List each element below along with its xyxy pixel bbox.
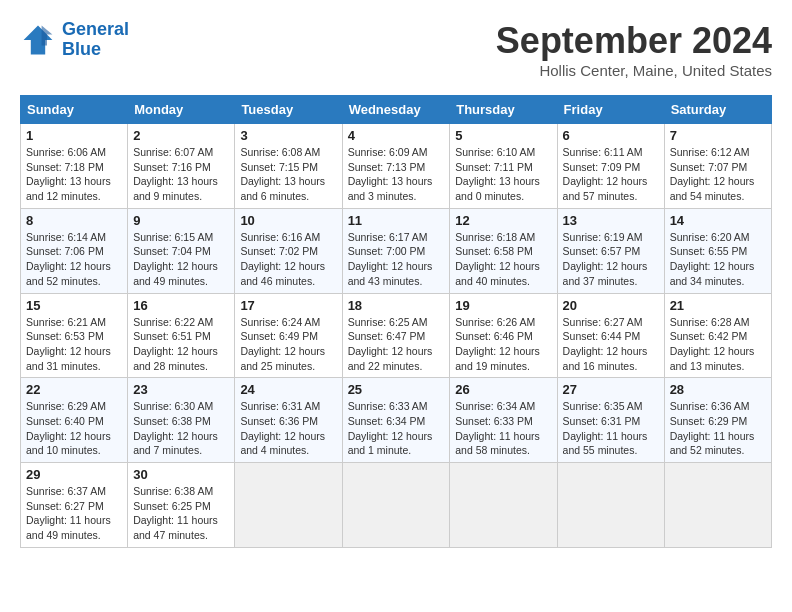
day-info: Sunrise: 6:14 AM Sunset: 7:06 PM Dayligh… [26,230,122,289]
day-info: Sunrise: 6:16 AM Sunset: 7:02 PM Dayligh… [240,230,336,289]
day-info: Sunrise: 6:36 AM Sunset: 6:29 PM Dayligh… [670,399,766,458]
calendar-cell: 29Sunrise: 6:37 AM Sunset: 6:27 PM Dayli… [21,463,128,548]
day-info: Sunrise: 6:18 AM Sunset: 6:58 PM Dayligh… [455,230,551,289]
day-info: Sunrise: 6:28 AM Sunset: 6:42 PM Dayligh… [670,315,766,374]
day-info: Sunrise: 6:11 AM Sunset: 7:09 PM Dayligh… [563,145,659,204]
day-number: 16 [133,298,229,313]
calendar-cell: 11Sunrise: 6:17 AM Sunset: 7:00 PM Dayli… [342,208,450,293]
day-number: 2 [133,128,229,143]
calendar-body: 1Sunrise: 6:06 AM Sunset: 7:18 PM Daylig… [21,124,772,548]
calendar-cell: 28Sunrise: 6:36 AM Sunset: 6:29 PM Dayli… [664,378,771,463]
day-number: 29 [26,467,122,482]
logo-line1: General [62,19,129,39]
weekday-header-cell: Sunday [21,96,128,124]
calendar-cell [342,463,450,548]
day-number: 24 [240,382,336,397]
calendar-cell: 4Sunrise: 6:09 AM Sunset: 7:13 PM Daylig… [342,124,450,209]
calendar-cell: 24Sunrise: 6:31 AM Sunset: 6:36 PM Dayli… [235,378,342,463]
calendar-cell: 6Sunrise: 6:11 AM Sunset: 7:09 PM Daylig… [557,124,664,209]
calendar-cell: 10Sunrise: 6:16 AM Sunset: 7:02 PM Dayli… [235,208,342,293]
location-subtitle: Hollis Center, Maine, United States [496,62,772,79]
weekday-header-cell: Thursday [450,96,557,124]
day-number: 21 [670,298,766,313]
calendar-cell: 13Sunrise: 6:19 AM Sunset: 6:57 PM Dayli… [557,208,664,293]
day-info: Sunrise: 6:29 AM Sunset: 6:40 PM Dayligh… [26,399,122,458]
weekday-header-cell: Saturday [664,96,771,124]
day-number: 18 [348,298,445,313]
calendar-cell: 1Sunrise: 6:06 AM Sunset: 7:18 PM Daylig… [21,124,128,209]
calendar-week-row: 1Sunrise: 6:06 AM Sunset: 7:18 PM Daylig… [21,124,772,209]
day-number: 15 [26,298,122,313]
day-info: Sunrise: 6:10 AM Sunset: 7:11 PM Dayligh… [455,145,551,204]
logo-line2: Blue [62,39,101,59]
day-number: 1 [26,128,122,143]
calendar-week-row: 8Sunrise: 6:14 AM Sunset: 7:06 PM Daylig… [21,208,772,293]
day-number: 20 [563,298,659,313]
day-info: Sunrise: 6:15 AM Sunset: 7:04 PM Dayligh… [133,230,229,289]
day-number: 10 [240,213,336,228]
calendar-cell: 17Sunrise: 6:24 AM Sunset: 6:49 PM Dayli… [235,293,342,378]
day-number: 7 [670,128,766,143]
day-info: Sunrise: 6:31 AM Sunset: 6:36 PM Dayligh… [240,399,336,458]
calendar-cell [450,463,557,548]
calendar-cell: 30Sunrise: 6:38 AM Sunset: 6:25 PM Dayli… [128,463,235,548]
day-info: Sunrise: 6:34 AM Sunset: 6:33 PM Dayligh… [455,399,551,458]
calendar-week-row: 22Sunrise: 6:29 AM Sunset: 6:40 PM Dayli… [21,378,772,463]
calendar-cell: 19Sunrise: 6:26 AM Sunset: 6:46 PM Dayli… [450,293,557,378]
weekday-header-cell: Tuesday [235,96,342,124]
calendar-cell: 27Sunrise: 6:35 AM Sunset: 6:31 PM Dayli… [557,378,664,463]
day-number: 8 [26,213,122,228]
calendar-cell [557,463,664,548]
day-info: Sunrise: 6:37 AM Sunset: 6:27 PM Dayligh… [26,484,122,543]
weekday-header-cell: Wednesday [342,96,450,124]
day-info: Sunrise: 6:21 AM Sunset: 6:53 PM Dayligh… [26,315,122,374]
day-info: Sunrise: 6:17 AM Sunset: 7:00 PM Dayligh… [348,230,445,289]
calendar-cell: 21Sunrise: 6:28 AM Sunset: 6:42 PM Dayli… [664,293,771,378]
day-number: 17 [240,298,336,313]
day-number: 12 [455,213,551,228]
calendar-table: SundayMondayTuesdayWednesdayThursdayFrid… [20,95,772,548]
logo-text: General Blue [62,20,129,60]
calendar-cell: 14Sunrise: 6:20 AM Sunset: 6:55 PM Dayli… [664,208,771,293]
day-number: 13 [563,213,659,228]
calendar-week-row: 29Sunrise: 6:37 AM Sunset: 6:27 PM Dayli… [21,463,772,548]
title-block: September 2024 Hollis Center, Maine, Uni… [496,20,772,79]
day-info: Sunrise: 6:08 AM Sunset: 7:15 PM Dayligh… [240,145,336,204]
weekday-header-row: SundayMondayTuesdayWednesdayThursdayFrid… [21,96,772,124]
weekday-header-cell: Monday [128,96,235,124]
calendar-cell: 25Sunrise: 6:33 AM Sunset: 6:34 PM Dayli… [342,378,450,463]
calendar-cell: 22Sunrise: 6:29 AM Sunset: 6:40 PM Dayli… [21,378,128,463]
calendar-cell: 18Sunrise: 6:25 AM Sunset: 6:47 PM Dayli… [342,293,450,378]
calendar-cell: 12Sunrise: 6:18 AM Sunset: 6:58 PM Dayli… [450,208,557,293]
day-number: 5 [455,128,551,143]
day-info: Sunrise: 6:24 AM Sunset: 6:49 PM Dayligh… [240,315,336,374]
month-title: September 2024 [496,20,772,62]
day-number: 28 [670,382,766,397]
calendar-cell: 26Sunrise: 6:34 AM Sunset: 6:33 PM Dayli… [450,378,557,463]
day-info: Sunrise: 6:27 AM Sunset: 6:44 PM Dayligh… [563,315,659,374]
day-info: Sunrise: 6:33 AM Sunset: 6:34 PM Dayligh… [348,399,445,458]
day-info: Sunrise: 6:07 AM Sunset: 7:16 PM Dayligh… [133,145,229,204]
day-number: 4 [348,128,445,143]
calendar-cell: 7Sunrise: 6:12 AM Sunset: 7:07 PM Daylig… [664,124,771,209]
day-number: 6 [563,128,659,143]
svg-marker-0 [24,25,53,54]
calendar-cell: 15Sunrise: 6:21 AM Sunset: 6:53 PM Dayli… [21,293,128,378]
day-number: 22 [26,382,122,397]
calendar-week-row: 15Sunrise: 6:21 AM Sunset: 6:53 PM Dayli… [21,293,772,378]
day-number: 11 [348,213,445,228]
day-number: 26 [455,382,551,397]
calendar-cell: 20Sunrise: 6:27 AM Sunset: 6:44 PM Dayli… [557,293,664,378]
svg-marker-1 [42,25,53,45]
day-number: 27 [563,382,659,397]
day-number: 14 [670,213,766,228]
weekday-header-cell: Friday [557,96,664,124]
day-info: Sunrise: 6:19 AM Sunset: 6:57 PM Dayligh… [563,230,659,289]
day-info: Sunrise: 6:09 AM Sunset: 7:13 PM Dayligh… [348,145,445,204]
calendar-cell: 23Sunrise: 6:30 AM Sunset: 6:38 PM Dayli… [128,378,235,463]
day-info: Sunrise: 6:06 AM Sunset: 7:18 PM Dayligh… [26,145,122,204]
day-info: Sunrise: 6:12 AM Sunset: 7:07 PM Dayligh… [670,145,766,204]
day-info: Sunrise: 6:35 AM Sunset: 6:31 PM Dayligh… [563,399,659,458]
logo: General Blue [20,20,129,60]
calendar-cell: 2Sunrise: 6:07 AM Sunset: 7:16 PM Daylig… [128,124,235,209]
